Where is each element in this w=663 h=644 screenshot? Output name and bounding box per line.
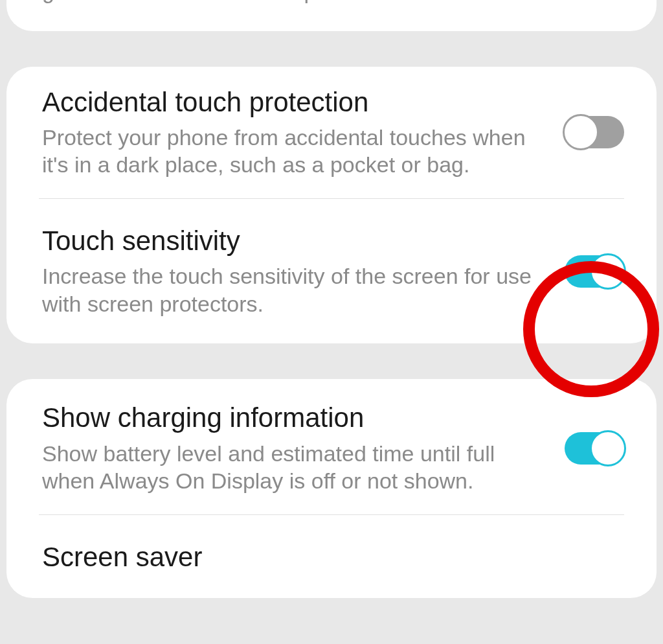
charging-info-row[interactable]: Show charging information Show battery l…: [6, 379, 657, 514]
settings-card-middle: Accidental touch protection Protect your…: [6, 67, 657, 344]
toggle-knob: [590, 430, 626, 466]
screen-saver-text: Screen saver: [42, 541, 624, 579]
settings-card-top: gestures for more screen space.: [6, 0, 657, 31]
toggle-knob: [563, 114, 599, 150]
touch-sensitivity-desc: Increase the touch sensitivity of the sc…: [42, 262, 545, 317]
toggle-knob: [590, 253, 626, 290]
accidental-touch-text: Accidental touch protection Protect your…: [42, 86, 565, 179]
touch-sensitivity-text: Touch sensitivity Increase the touch sen…: [42, 225, 565, 317]
charging-info-toggle[interactable]: [565, 432, 624, 465]
settings-card-bottom: Show charging information Show battery l…: [6, 379, 657, 598]
accidental-touch-title: Accidental touch protection: [42, 86, 545, 119]
screen-saver-title: Screen saver: [42, 541, 605, 573]
charging-info-desc: Show battery level and estimated time un…: [42, 440, 545, 495]
touch-sensitivity-toggle[interactable]: [565, 255, 624, 288]
touch-sensitivity-title: Touch sensitivity: [42, 225, 545, 257]
accidental-touch-desc: Protect your phone from accidental touch…: [42, 124, 545, 179]
screen-saver-row[interactable]: Screen saver: [6, 515, 657, 598]
charging-info-title: Show charging information: [42, 402, 545, 434]
partial-setting-desc: gestures for more screen space.: [6, 0, 657, 5]
charging-info-text: Show charging information Show battery l…: [42, 402, 565, 494]
accidental-touch-toggle[interactable]: [565, 116, 624, 148]
accidental-touch-row[interactable]: Accidental touch protection Protect your…: [6, 67, 657, 198]
touch-sensitivity-row[interactable]: Touch sensitivity Increase the touch sen…: [6, 199, 657, 343]
